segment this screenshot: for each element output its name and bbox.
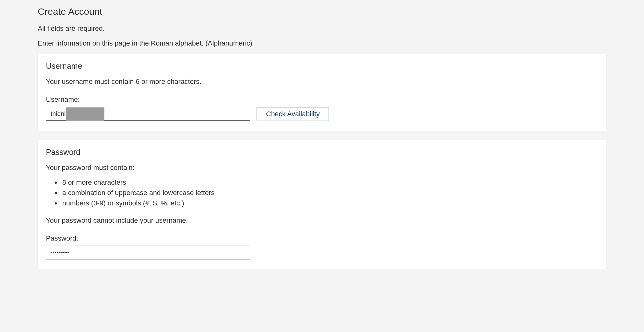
password-req-item: 8 or more characters — [61, 177, 598, 188]
password-req-intro: Your password must contain: — [46, 162, 598, 173]
password-req-item: numbers (0-9) or symbols (#, $, %, etc.) — [61, 198, 598, 208]
username-input-wrap — [46, 107, 250, 121]
username-input[interactable] — [46, 107, 250, 121]
create-account-page: Create Account All fields are required. … — [0, 0, 644, 269]
username-helper: Your username must contain 6 or more cha… — [46, 76, 598, 87]
password-requirements-list: 8 or more characters a combination of up… — [46, 177, 598, 208]
password-section: Password Your password must contain: 8 o… — [38, 140, 606, 269]
page-title: Create Account — [38, 6, 606, 17]
password-req-outro: Your password cannot include your userna… — [46, 215, 598, 226]
username-section-title: Username — [46, 62, 598, 71]
password-req-item: a combination of uppercase and lowercase… — [61, 188, 598, 198]
password-label: Password: — [46, 234, 598, 242]
password-section-title: Password — [46, 148, 598, 157]
username-input-row: Check Availability — [46, 107, 598, 121]
intro-required: All fields are required. — [38, 23, 606, 34]
password-input[interactable] — [46, 246, 250, 259]
check-availability-button[interactable]: Check Availability — [257, 107, 329, 121]
username-label: Username: — [46, 95, 598, 104]
intro-alphanumeric: Enter information on this page in the Ro… — [38, 38, 606, 48]
username-section: Username Your username must contain 6 or… — [38, 54, 606, 131]
